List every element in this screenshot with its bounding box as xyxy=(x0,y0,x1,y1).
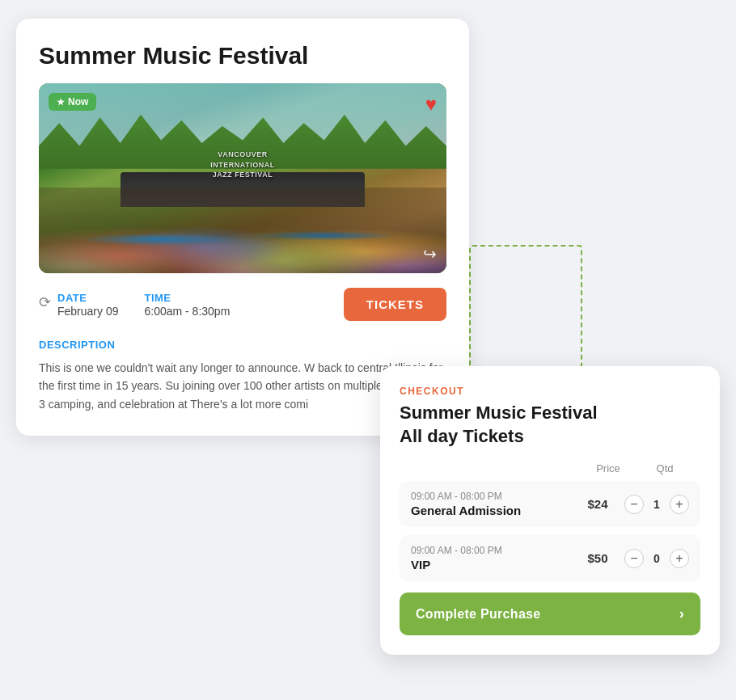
time-meta: TIME 6:00am - 8:30pm xyxy=(144,292,230,318)
arrow-icon: › xyxy=(679,605,684,622)
time-label: TIME xyxy=(144,292,230,304)
now-badge: ★ Now xyxy=(49,93,96,111)
qty-increase-vip[interactable]: + xyxy=(670,549,689,568)
complete-purchase-label: Complete Purchase xyxy=(416,607,540,622)
ticket-table-header: Price Qtd xyxy=(400,462,700,474)
banner-text: VANCOUVERINTERNATIONALJAZZ FESTIVAL xyxy=(210,150,274,180)
ticket-info-vip: 09:00 AM - 08:00 PM VIP xyxy=(411,545,577,571)
now-badge-label: Now xyxy=(68,96,88,108)
qty-control-vip: − 0 + xyxy=(624,549,689,568)
ticket-time-vip: 09:00 AM - 08:00 PM xyxy=(411,545,577,556)
checkout-title: Summer Music Festival All day Tickets xyxy=(400,402,700,448)
qty-header: Qtd xyxy=(632,462,697,474)
ticket-price-vip: $50 xyxy=(577,551,618,565)
qty-value-general: 1 xyxy=(650,498,663,511)
description-label: DESCRIPTION xyxy=(39,339,446,351)
ticket-time-general: 09:00 AM - 08:00 PM xyxy=(411,491,577,502)
qty-increase-general[interactable]: + xyxy=(670,495,689,514)
event-title: Summer Music Festival xyxy=(39,41,446,70)
date-meta: ⟳ DATE February 09 xyxy=(39,292,118,318)
event-meta: ⟳ DATE February 09 TIME 6:00am - 8:30pm … xyxy=(39,288,446,321)
date-value: February 09 xyxy=(57,305,118,318)
time-value: 6:00am - 8:30pm xyxy=(144,305,230,318)
date-icon: ⟳ xyxy=(39,293,51,311)
share-button[interactable]: ↪ xyxy=(423,244,437,264)
ticket-row-vip: 09:00 AM - 08:00 PM VIP $50 − 0 + xyxy=(400,535,700,581)
checkout-title-line2: All day Tickets xyxy=(400,426,524,446)
ticket-price-general: $24 xyxy=(577,497,618,511)
ticket-info-general: 09:00 AM - 08:00 PM General Admission xyxy=(411,491,577,517)
qty-decrease-general[interactable]: − xyxy=(624,495,644,514)
date-label: DATE xyxy=(57,292,118,304)
price-header: Price xyxy=(584,462,632,474)
qty-control-general: − 1 + xyxy=(624,495,689,514)
star-icon: ★ xyxy=(57,97,65,108)
checkout-label: CHECKOUT xyxy=(400,386,700,397)
tickets-button[interactable]: TICKETS xyxy=(344,288,446,321)
qty-decrease-vip[interactable]: − xyxy=(624,549,644,568)
ticket-row-general: 09:00 AM - 08:00 PM General Admission $2… xyxy=(400,481,700,527)
qty-value-vip: 0 xyxy=(650,552,663,565)
ticket-name-general: General Admission xyxy=(411,504,577,517)
event-image: VANCOUVERINTERNATIONALJAZZ FESTIVAL ★ No… xyxy=(39,83,446,273)
complete-purchase-button[interactable]: Complete Purchase › xyxy=(400,592,700,635)
checkout-title-line1: Summer Music Festival xyxy=(400,403,598,423)
ticket-name-vip: VIP xyxy=(411,558,577,571)
checkout-card: CHECKOUT Summer Music Festival All day T… xyxy=(380,366,720,655)
favorite-button[interactable]: ♥ xyxy=(425,93,437,116)
